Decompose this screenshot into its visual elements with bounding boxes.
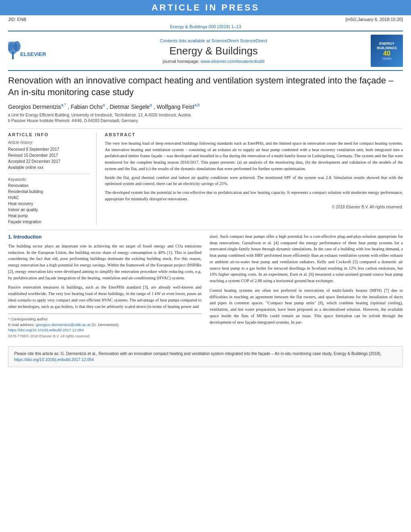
article-info-label: ARTICLE INFO xyxy=(8,132,90,137)
sciencedirect-text: Contents lists available at ScienceDirec… xyxy=(60,38,367,43)
article-content: Renovation with an innovative compact he… xyxy=(0,71,411,343)
available-online: Available online xxx xyxy=(8,164,90,170)
intro-right-p2: Central heating systems are often not pr… xyxy=(210,287,403,326)
kw4: Heat recovery xyxy=(8,201,90,207)
author3-sup: a xyxy=(150,103,152,107)
citation-link[interactable]: https://doi.org/10.1016/j.enbuild.2017.1… xyxy=(14,357,94,362)
article-info-column: ARTICLE INFO Article history: Received 8… xyxy=(8,132,97,225)
doi-link[interactable]: https://doi.org/10.1016/j.enbuild.2017.1… xyxy=(8,328,84,332)
issn-copyright: 0378-7788/© 2018 Elsevier B.V. All right… xyxy=(8,334,201,339)
footnotes: * Corresponding author. E-mail address: … xyxy=(8,314,201,339)
body-section: 1. Introduction The building sector play… xyxy=(8,233,403,339)
kw5: Indoor air quality xyxy=(8,207,90,213)
email-line: E-mail address: georgios.dermentzis@uibk… xyxy=(8,322,201,327)
journal-title: Energy & Buildings xyxy=(60,45,367,57)
authors-line: Georgios Dermentzisa,* , Fabian Ochsa , … xyxy=(8,103,403,110)
date-label: [m5G;January 6, 2018:15:20] xyxy=(346,17,403,22)
author4-name: , Wolfgang Feist xyxy=(154,104,194,110)
top-meta: JID: ENB [m5G;January 6, 2018:15:20] xyxy=(0,15,411,23)
sciencedirect-link[interactable]: ScienceDirect xyxy=(240,38,267,43)
email-link[interactable]: georgios.dermentzis@uibk.ac.at xyxy=(36,322,91,327)
journal-homepage-link[interactable]: www.elsevier.com/locate/enbuild xyxy=(201,59,264,64)
elsevier-logo-container: ELSEVIER xyxy=(8,39,56,63)
author2-sup: a xyxy=(103,103,105,107)
divider-1 xyxy=(8,129,403,129)
abstract-column: ABSTRACT The very low heating load of de… xyxy=(105,132,403,225)
body-right-col: size). Such compact heat pumps offer a h… xyxy=(210,233,403,339)
affiliations: a Unit for Energy Efficient Building, Un… xyxy=(8,112,403,124)
author4-sup: a,b xyxy=(194,103,200,107)
intro-p2: Passive renovation measures in buildings… xyxy=(8,284,201,310)
svg-text:ELSEVIER: ELSEVIER xyxy=(20,51,46,57)
logo-years: YEARS xyxy=(382,57,392,60)
article-in-press-banner: ARTICLE IN PRESS xyxy=(0,0,411,15)
abstract-p3: The developed system has the potential t… xyxy=(105,189,403,202)
email-suffix: (G. Dermentzis). xyxy=(91,322,120,327)
received-date: Received 8 September 2017 xyxy=(8,146,90,152)
logo-anniversary: 40 xyxy=(383,50,390,57)
intro-right-p1: size). Such compact heat pumps offer a h… xyxy=(210,233,403,284)
svg-point-2 xyxy=(13,41,21,52)
logo-eb-title: ENERGYBUILDINGS xyxy=(377,42,397,50)
kw6: Heat pump xyxy=(8,213,90,219)
author2-name: , Fabian Ochs xyxy=(68,104,103,110)
divider-2 xyxy=(8,230,403,230)
email-label: E-mail address: xyxy=(8,322,35,327)
revised-date: Revised 15 December 2017 xyxy=(8,152,90,158)
elsevier-logo: ELSEVIER xyxy=(8,39,52,61)
journal-center: Contents lists available at ScienceDirec… xyxy=(56,38,371,64)
history-label: Article history: xyxy=(8,140,90,145)
author3-name: , Dietmar Siegele xyxy=(106,104,149,110)
abstract-copyright: © 2018 Elsevier B.V. All rights reserved… xyxy=(105,205,403,209)
kw3: HVAC xyxy=(8,195,90,201)
article-title: Renovation with an innovative compact he… xyxy=(8,75,403,98)
journal-header: ELSEVIER Contents lists available at Sci… xyxy=(8,31,403,71)
abstract-text: The very low heating load of deep renova… xyxy=(105,140,403,202)
article-info-abstract: ARTICLE INFO Article history: Received 8… xyxy=(8,132,403,225)
abstract-label: ABSTRACT xyxy=(105,132,403,137)
banner-text: ARTICLE IN PRESS xyxy=(152,2,259,12)
intro-heading: 1. Introduction xyxy=(8,233,201,241)
kw7: Façade integration xyxy=(8,219,90,225)
abstract-p1: The very low heating load of deep renova… xyxy=(105,140,403,172)
jid-label: JID: ENB xyxy=(8,17,26,22)
citation-text: Please cite this article as: G. Dermentz… xyxy=(14,351,382,356)
corresponding-author: * Corresponding author. xyxy=(8,316,201,322)
divider-keywords xyxy=(8,174,90,174)
keywords-label: Keywords: xyxy=(8,177,90,182)
journal-homepage: journal homepage: www.elsevier.com/locat… xyxy=(60,59,367,64)
kw2: Residential building xyxy=(8,189,90,195)
intro-p1: The building sector plays an important r… xyxy=(8,243,201,281)
author1-name: Georgios Dermentzis xyxy=(8,104,61,110)
abstract-p2: Inside the flat, good thermal comfort an… xyxy=(105,175,403,187)
affiliation-b: b Passive House Institute Rheinstr. 44/4… xyxy=(8,118,403,124)
affiliation-a: a Unit for Energy Efficient Building, Un… xyxy=(8,112,403,118)
doi-footnote: https://doi.org/10.1016/j.enbuild.2017.1… xyxy=(8,327,201,332)
journal-logo-right: ENERGYBUILDINGS 40 YEARS xyxy=(371,35,403,67)
doi-line: Energy & Buildings 000 (2018) 1–13 xyxy=(0,23,411,31)
doi-text: Energy & Buildings 000 (2018) 1–13 xyxy=(170,24,241,29)
citation-box: Please cite this article as: G. Dermentz… xyxy=(8,346,403,367)
kw1: Renovation xyxy=(8,183,90,189)
body-left-col: 1. Introduction The building sector play… xyxy=(8,233,201,339)
author1-sup: a,* xyxy=(61,103,66,107)
accepted-date: Accepted 22 December 2017 xyxy=(8,158,90,164)
